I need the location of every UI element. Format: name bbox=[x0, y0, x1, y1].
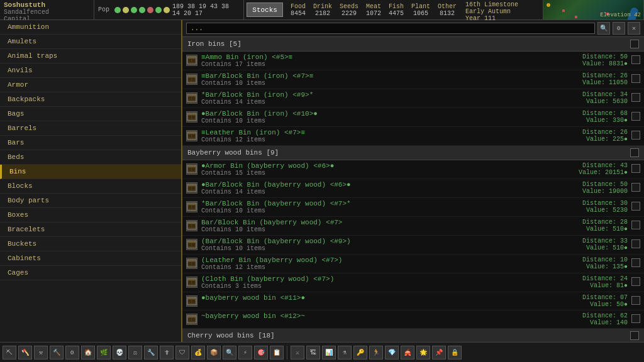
pop-icon-3 bbox=[131, 7, 137, 13]
item-row[interactable]: ≡Leather Bin (iron) <#7>≡ Contains 12 it… bbox=[182, 127, 644, 146]
close-search-button[interactable]: ✕ bbox=[628, 22, 640, 35]
bottom-icon-17[interactable]: 📋 bbox=[270, 346, 284, 359]
bottom-icon-15[interactable]: ⚡ bbox=[238, 346, 252, 359]
item-checkbox[interactable] bbox=[631, 74, 640, 83]
category-header[interactable]: Cherry wood bins [18] bbox=[182, 329, 644, 342]
bottom-icon-25[interactable]: 💎 bbox=[385, 346, 399, 359]
elevation-label: Elevation 42 bbox=[600, 12, 641, 18]
bottom-icon-8[interactable]: ⚖ bbox=[128, 346, 142, 359]
item-checkbox[interactable] bbox=[631, 112, 640, 121]
bottom-icon-6[interactable]: 🌿 bbox=[97, 346, 111, 359]
sidebar-item-bins[interactable]: Bins bbox=[0, 165, 181, 179]
item-row[interactable]: ≡Bar/Block Bin (iron) <#7>≡ Contains 10 … bbox=[182, 70, 644, 89]
category-checkbox[interactable] bbox=[630, 331, 639, 340]
bottom-icon-9[interactable]: 🔧 bbox=[144, 346, 158, 359]
search-input[interactable] bbox=[186, 23, 595, 34]
item-checkbox[interactable] bbox=[631, 277, 640, 286]
item-checkbox[interactable] bbox=[631, 55, 640, 64]
svg-rect-3 bbox=[192, 59, 195, 62]
item-checkbox[interactable] bbox=[631, 314, 640, 323]
sidebar-item-backpacks[interactable]: Backpacks bbox=[0, 92, 181, 107]
bottom-icon-13[interactable]: 📦 bbox=[207, 346, 221, 359]
bottom-icon-22[interactable]: ⚗ bbox=[338, 346, 352, 359]
sidebar-item-cabinets[interactable]: Cabinets bbox=[0, 251, 181, 266]
item-name: ●Armor Bin (bayberry wood) <#6>● bbox=[201, 162, 561, 170]
category-header[interactable]: Iron bins [5] bbox=[182, 37, 644, 52]
bottom-icon-24[interactable]: 🏃 bbox=[369, 346, 383, 359]
item-row[interactable]: (Bar/Block Bin (bayberry wood) <#9>) Con… bbox=[182, 236, 644, 255]
item-checkbox[interactable] bbox=[631, 164, 640, 173]
bottom-icon-27[interactable]: 🌟 bbox=[416, 346, 430, 359]
sidebar-item-armor[interactable]: Armor bbox=[0, 78, 181, 92]
sidebar-item-cages[interactable]: Cages bbox=[0, 266, 181, 280]
item-row[interactable]: ●Bar/Block Bin (bayberry wood) <#6>● Con… bbox=[182, 179, 644, 198]
sidebar-item-bags[interactable]: Bags bbox=[0, 107, 181, 121]
bottom-icon-2[interactable]: ⚒ bbox=[34, 346, 48, 359]
bottom-icon-0[interactable]: ⛏ bbox=[3, 346, 16, 359]
item-name: ●Bar/Block Bin (iron) <#10>● bbox=[201, 110, 561, 118]
item-stats: Distance: 30 Value: 5230 bbox=[565, 200, 628, 214]
filter-button[interactable]: ⚙ bbox=[613, 22, 625, 35]
svg-rect-37 bbox=[188, 241, 196, 243]
item-info: ≡Bar/Block Bin (iron) <#7>≡ Contains 10 … bbox=[201, 72, 561, 87]
sidebar-item-anvils[interactable]: Anvils bbox=[0, 63, 181, 78]
sidebar-item-bracelets[interactable]: Bracelets bbox=[0, 222, 181, 237]
bottom-icon-4[interactable]: ⚙ bbox=[65, 346, 79, 359]
sidebar-item-boxes[interactable]: Boxes bbox=[0, 208, 181, 222]
bottom-icon-7[interactable]: 💀 bbox=[113, 346, 126, 359]
item-checkbox[interactable] bbox=[631, 183, 640, 192]
svg-rect-1 bbox=[188, 57, 196, 58]
item-row[interactable]: ~bayberry wood bin <#12>~ Distance: 62 V… bbox=[182, 310, 644, 329]
category-checkbox[interactable] bbox=[630, 148, 639, 157]
bottom-icon-5[interactable]: 🏠 bbox=[81, 346, 95, 359]
search-button[interactable]: 🔍 bbox=[597, 22, 610, 35]
bottom-icon-19[interactable]: ⚔ bbox=[291, 346, 304, 359]
item-row[interactable]: ●Bar/Block Bin (iron) <#10>● Contains 10… bbox=[182, 108, 644, 127]
sidebar-item-amulets[interactable]: Amulets bbox=[0, 35, 181, 49]
item-row[interactable]: (Cloth Bin (bayberry wood) <#7>) Contain… bbox=[182, 273, 644, 292]
item-row[interactable]: *Bar/Block Bin (bayberry wood) <#7>* Con… bbox=[182, 198, 644, 217]
item-checkbox[interactable] bbox=[631, 258, 640, 267]
pop-icon-1 bbox=[114, 7, 121, 13]
item-checkbox[interactable] bbox=[631, 239, 640, 248]
bottom-icon-16[interactable]: 🎯 bbox=[254, 346, 268, 359]
item-checkbox[interactable] bbox=[631, 221, 640, 229]
bottom-icon-20[interactable]: 🏗 bbox=[306, 346, 320, 359]
sidebar-item-body-parts[interactable]: Body parts bbox=[0, 194, 181, 208]
category-checkbox[interactable] bbox=[630, 40, 639, 48]
bottom-icon-28[interactable]: 📌 bbox=[432, 346, 446, 359]
item-checkbox[interactable] bbox=[631, 202, 640, 211]
sidebar-item-barrels[interactable]: Barrels bbox=[0, 121, 181, 136]
bottom-icon-29[interactable]: 🔒 bbox=[448, 346, 462, 359]
sidebar-item-ammunition[interactable]: Ammunition bbox=[0, 20, 181, 35]
bottom-icon-11[interactable]: 🛡 bbox=[175, 346, 189, 359]
category-header[interactable]: Bayberry wood bins [9] bbox=[182, 146, 644, 160]
item-row[interactable]: ●Armor Bin (bayberry wood) <#6>● Contain… bbox=[182, 160, 644, 179]
item-icon bbox=[186, 258, 197, 269]
bottom-icon-26[interactable]: 🎪 bbox=[401, 346, 414, 359]
bottom-icon-23[interactable]: 🔑 bbox=[353, 346, 367, 359]
sidebar-item-animal-traps[interactable]: Animal traps bbox=[0, 49, 181, 63]
item-stats: Distance: 33 Value: 510● bbox=[565, 238, 628, 251]
item-row[interactable]: *Bar/Block Bin (iron) <#9>* Contains 14 … bbox=[182, 89, 644, 108]
item-checkbox[interactable] bbox=[631, 296, 640, 305]
sidebar-item-buckets[interactable]: Buckets bbox=[0, 237, 181, 251]
item-row[interactable]: (Leather Bin (bayberry wood) <#7>) Conta… bbox=[182, 255, 644, 273]
bottom-icon-12[interactable]: 💰 bbox=[191, 346, 205, 359]
stocks-button[interactable]: Stocks bbox=[247, 3, 283, 17]
item-checkbox[interactable] bbox=[631, 131, 640, 140]
bottom-icon-14[interactable]: 🔍 bbox=[223, 346, 236, 359]
item-icon bbox=[186, 220, 197, 231]
svg-rect-19 bbox=[192, 134, 195, 138]
bottom-icon-21[interactable]: 📊 bbox=[322, 346, 336, 359]
item-row[interactable]: ●bayberry wood bin <#11>● Distance: 07 V… bbox=[182, 292, 644, 310]
item-row[interactable]: ≡Ammo Bin (iron) <#5>≡ Contains 17 items… bbox=[182, 52, 644, 70]
item-checkbox[interactable] bbox=[631, 93, 640, 102]
sidebar-item-bars[interactable]: Bars bbox=[0, 136, 181, 150]
bottom-icon-3[interactable]: 🔨 bbox=[50, 346, 64, 359]
sidebar-item-beds[interactable]: Beds bbox=[0, 150, 181, 165]
sidebar-item-blocks[interactable]: Blocks bbox=[0, 179, 181, 194]
bottom-icon-10[interactable]: 🗡 bbox=[160, 346, 174, 359]
bottom-icon-1[interactable]: 🪓 bbox=[18, 346, 32, 359]
item-row[interactable]: Bar/Block Bin (bayberry wood) <#7> Conta… bbox=[182, 217, 644, 236]
